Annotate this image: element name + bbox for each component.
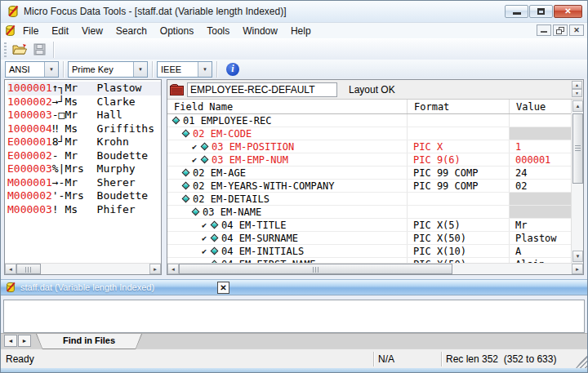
record-row[interactable]: 1000003-□Mr Hall [7,109,161,122]
field-diamond-icon [172,117,180,125]
check-icon: ✔ [202,247,211,255]
layout-status: Layout OK [349,84,395,95]
mdi-close-icon: ✕ [570,25,583,36]
field-row[interactable]: ✔03 EM-POSITION PIC X 1 [167,140,571,153]
charset-combo[interactable]: ANSI ▼ [5,61,59,78]
menu-tools[interactable]: Tools [200,24,236,38]
field-row[interactable]: ✔04 EM-SURNAME PIC X(50) Plastow [167,232,571,245]
record-row[interactable]: 1000002→┘Ms Clarke [7,95,161,109]
minimize-icon [513,12,521,15]
window-title: Micro Focus Data Tools - [staff.dat (Var… [24,6,287,17]
toolbar-separator [53,42,54,58]
check-icon: ✔ [192,143,201,151]
info-icon[interactable]: i [226,63,239,76]
record-row[interactable]: 1000001↑┐Mr Plastow [7,82,161,95]
field-diamond-icon [211,247,219,255]
field-row[interactable]: ✔04 EM-INITIALS PIC X(10) A [167,245,571,258]
table-vscrollbar[interactable]: ▲ ▼ [571,100,583,263]
scroll-right-icon[interactable]: ► [572,264,583,274]
field-diamond-icon [182,169,190,177]
main-toolbar [1,38,587,60]
mdi-restore-button[interactable] [553,24,568,36]
record-row[interactable]: E000002- Mr Boudette [7,149,161,163]
scroll-left-icon[interactable]: ◄ [5,264,16,274]
spin-down-icon[interactable]: ▼ [572,89,582,97]
field-row[interactable]: 03 EM-NAME [167,206,571,219]
save-floppy-icon [33,43,46,56]
field-row[interactable]: 02 EM-CODE [167,127,571,140]
resize-grip[interactable] [576,353,587,368]
record-row[interactable]: E0000018┘Mr Krohn [7,135,161,149]
mdi-minimize-icon [541,31,547,33]
chevron-down-icon[interactable]: ▼ [44,62,58,77]
open-file-button[interactable] [10,41,29,58]
mdi-minimize-button[interactable] [537,24,551,36]
scroll-down-icon[interactable]: ▼ [572,251,583,262]
field-row[interactable]: 02 EM-YEARS-WITH-COMPANY PIC 99 COMP 02 [167,180,571,193]
field-row[interactable]: 01 EMPLOYEE-REC [167,114,571,127]
field-table: Field Name Format Value 01 EMPLOYEE-REC … [167,100,571,263]
field-diamond-icon [182,182,190,190]
document-close-button[interactable]: ✕ [217,282,229,294]
scroll-thumb[interactable] [179,264,452,274]
mdi-client-area: 1000001↑┐Mr Plastow 1000002→┘Ms Clarke 1… [1,78,587,279]
menu-file[interactable]: File [16,24,45,38]
field-diamond-icon [211,234,219,242]
scroll-thumb[interactable] [16,264,41,274]
close-button[interactable]: ✕ [554,5,582,18]
scroll-left-icon[interactable]: ◄ [167,264,179,274]
chevron-down-icon[interactable]: ▼ [133,62,147,77]
menu-window[interactable]: Window [236,24,284,38]
record-key: 1000001 [7,82,52,94]
record-row[interactable]: M000002'-Mrs Boudette [7,189,161,203]
record-row[interactable]: M000001→-Mr Sherer [7,176,161,190]
layout-header-bar: EMPLOYEE-REC-DEFAULT Layout OK ▲ ▼ [167,80,583,100]
chevron-down-icon[interactable]: ▼ [198,62,212,77]
field-diamond-icon [182,130,190,138]
mdi-close-button[interactable]: ✕ [569,24,584,36]
scroll-right-icon[interactable]: ► [149,264,161,274]
tab-find-in-files[interactable]: Find in Files [36,334,142,349]
output-tab-strip: ◄ ► Find in Files [1,333,587,349]
spin-up-icon[interactable]: ▲ [572,81,582,89]
layout-icon[interactable] [170,84,184,95]
check-icon: ✔ [192,156,201,164]
record-text: ↑┐Mr Plastow [52,82,142,94]
column-value[interactable]: Value [510,100,571,113]
record-row[interactable]: M000003! Ms Phifer [7,203,161,217]
scroll-thumb[interactable] [572,113,583,184]
tab-scroll-right-icon[interactable]: ► [18,335,31,347]
status-bar: Ready N/A Rec len 352 (352 to 633) [1,349,587,368]
record-list-hscrollbar[interactable]: ◄ ► [5,263,161,274]
minimize-button[interactable] [505,5,528,18]
menu-view[interactable]: View [75,24,109,38]
save-file-button[interactable] [29,41,49,58]
maximize-button[interactable] [529,5,553,18]
layout-spinner: ▲ ▼ [572,81,582,97]
float-format-combo[interactable]: IEEE ▼ [157,61,212,78]
field-row[interactable]: ✔04 EM-TITLE PIC X(5) Mr [167,219,571,232]
table-hscrollbar[interactable]: ◄ ► [167,263,583,274]
field-diamond-icon [201,156,209,164]
record-row[interactable]: 1000004‼ Ms Griffiths [7,122,161,136]
toolbar-grip[interactable] [4,42,7,57]
menu-options[interactable]: Options [154,24,200,38]
column-format[interactable]: Format [408,100,510,113]
menu-help[interactable]: Help [284,24,318,38]
menu-search[interactable]: Search [109,24,154,38]
field-row[interactable]: 02 EM-DETAILS [167,193,571,206]
record-row[interactable]: E000003%|Mrs Murphy [7,162,161,176]
scroll-up-icon[interactable]: ▲ [572,100,583,112]
key-combo[interactable]: Prime Key ▼ [68,61,148,78]
menu-edit[interactable]: Edit [45,24,75,38]
document-tab-label[interactable]: staff.dat (Variable length Indexed) [20,282,154,292]
output-panel[interactable] [3,300,585,333]
field-diamond-icon [192,208,200,216]
layout-name-box[interactable]: EMPLOYEE-REC-DEFAULT [187,82,337,97]
field-row[interactable]: ✔03 EM-EMP-NUM PIC 9(6) 000001 [167,153,571,167]
record-list[interactable]: 1000001↑┐Mr Plastow 1000002→┘Ms Clarke 1… [5,80,161,263]
column-field-name[interactable]: Field Name [167,100,408,113]
mdi-system-menu-icon[interactable] [4,24,16,37]
field-row[interactable]: 02 EM-AGE PIC 99 COMP 24 [167,167,571,180]
tab-scroll-left-icon[interactable]: ◄ [4,335,17,347]
